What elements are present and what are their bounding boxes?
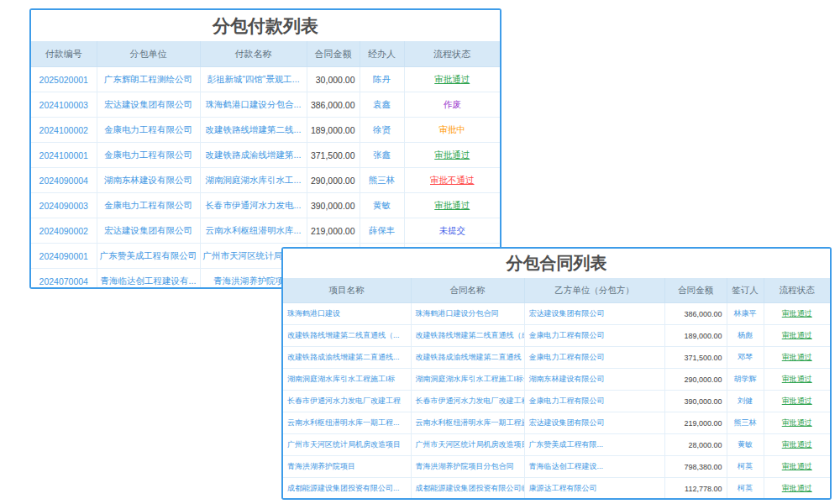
handler-cell[interactable]: 张鑫	[360, 143, 404, 168]
signer-cell[interactable]: 林康平	[727, 303, 764, 325]
handler-cell[interactable]: 袁鑫	[360, 92, 404, 118]
signer-cell[interactable]: 邓琴	[727, 347, 764, 369]
name-cell[interactable]: 彭祖新城“四馆”景观工...	[200, 67, 307, 92]
handler-cell[interactable]: 薛保丰	[360, 218, 404, 244]
contract-cell[interactable]: 成都能源建设集团投资有限公司临时办...	[411, 478, 524, 500]
unit-cell[interactable]: 金康电力工程有限公司	[97, 118, 200, 143]
contract-cell[interactable]: 长春市伊通河水力发电厂改建工程分包...	[411, 391, 524, 412]
status-cell[interactable]: 审批通过	[764, 369, 830, 391]
table-row: 2024100002金康电力工程有限公司改建铁路线增建第二线...189,000…	[31, 118, 500, 143]
unit-cell[interactable]: 广东赞美成工程有限公司	[97, 244, 200, 269]
project-cell[interactable]: 云南水利枢纽潜明水库一期工程...	[283, 412, 411, 434]
contract-cell[interactable]: 改建铁路成渝线增建第二直通线（成渝...	[411, 347, 524, 369]
signer-cell[interactable]: 柯英	[727, 456, 764, 478]
status-cell[interactable]: 审批通过	[764, 434, 830, 456]
project-cell[interactable]: 成都能源建设集团投资有限公司...	[283, 478, 411, 500]
column-header: 付款名称	[200, 41, 307, 67]
name-cell[interactable]: 改建铁路线增建第二线...	[200, 118, 307, 143]
column-header: 签订人	[727, 278, 764, 303]
party-cell[interactable]: 青海临达创工程建设...	[524, 456, 664, 478]
column-header: 合同金额	[307, 41, 360, 67]
contract-cell[interactable]: 湖南洞庭湖水库引水工程施工I标分包合同	[411, 369, 524, 391]
table-row: 云南水利枢纽潜明水库一期工程...云南水利枢纽潜明水库一期工程施工I标...宏达…	[283, 412, 830, 434]
id-cell[interactable]: 2024070004	[31, 269, 97, 290]
status-cell[interactable]: 审批通过	[764, 325, 830, 347]
contract-cell[interactable]: 云南水利枢纽潜明水库一期工程施工I标...	[411, 412, 524, 434]
contract-cell[interactable]: 青海洪湖养护院项目分包合同	[411, 456, 524, 478]
handler-cell[interactable]: 熊三林	[360, 168, 404, 193]
party-cell[interactable]: 广东赞美成工程有限...	[524, 434, 664, 456]
name-cell[interactable]: 改建铁路成渝线增建第...	[200, 143, 307, 168]
status-cell[interactable]: 审批通过	[764, 456, 830, 478]
status-cell[interactable]: 审批通过	[404, 193, 500, 218]
party-cell[interactable]: 康源达工程有限公司	[524, 478, 664, 500]
amount-cell: 219,000.00	[307, 218, 360, 244]
status-cell[interactable]: 审批不通过	[404, 168, 500, 193]
name-cell[interactable]: 云南水利枢纽潜明水库...	[200, 218, 307, 244]
table-row: 成都能源建设集团投资有限公司...成都能源建设集团投资有限公司临时办...康源达…	[283, 478, 830, 500]
id-cell[interactable]: 2025020001	[31, 67, 97, 92]
signer-cell[interactable]: 杨彪	[727, 325, 764, 347]
project-cell[interactable]: 湖南洞庭湖水库引水工程施工I标	[283, 369, 411, 391]
party-cell[interactable]: 湖南东林建设有限公司	[524, 369, 664, 391]
screen: 分包付款列表 付款编号分包单位付款名称合同金额经办人流程状态 202502000…	[0, 0, 840, 504]
party-cell[interactable]: 金康电力工程有限公司	[524, 325, 664, 347]
signer-cell[interactable]: 熊三林	[727, 412, 764, 434]
unit-cell[interactable]: 金康电力工程有限公司	[97, 143, 200, 168]
column-header: 项目名称	[283, 278, 411, 303]
signer-cell[interactable]: 胡学辉	[727, 369, 764, 391]
status-cell[interactable]: 审批中	[404, 118, 500, 143]
handler-cell[interactable]: 黄敏	[360, 193, 404, 218]
status-cell[interactable]: 审批通过	[764, 478, 830, 500]
contract-cell[interactable]: 珠海鹤港口建设分包合同	[411, 303, 524, 325]
unit-cell[interactable]: 青海临达创工程建设有...	[97, 269, 200, 290]
handler-cell[interactable]: 陈丹	[360, 67, 404, 92]
id-cell[interactable]: 2024090001	[31, 244, 97, 269]
id-cell[interactable]: 2024090004	[31, 168, 97, 193]
amount-cell: 386,000.00	[307, 92, 360, 118]
status-cell[interactable]: 未提交	[404, 218, 500, 244]
project-cell[interactable]: 改建铁路线增建第二线直通线（...	[283, 325, 411, 347]
project-cell[interactable]: 广州市天河区统计局机房改造项目	[283, 434, 411, 456]
unit-cell[interactable]: 湖南东林建设有限公司	[97, 168, 200, 193]
id-cell[interactable]: 2024100003	[31, 92, 97, 118]
name-cell[interactable]: 长春市伊通河水力发电...	[200, 193, 307, 218]
unit-cell[interactable]: 宏达建设集团有限公司	[97, 92, 200, 118]
project-cell[interactable]: 长春市伊通河水力发电厂改建工程	[283, 391, 411, 412]
status-cell[interactable]: 作废	[404, 92, 500, 118]
project-cell[interactable]: 改建铁路成渝线增建第二直通线...	[283, 347, 411, 369]
contract-cell[interactable]: 改建铁路线增建第二线直通线（成都-西...	[411, 325, 524, 347]
column-header: 流程状态	[404, 41, 500, 67]
signer-cell[interactable]: 黄敏	[727, 434, 764, 456]
signer-cell[interactable]: 刘健	[727, 391, 764, 412]
column-header: 合同金额	[664, 278, 727, 303]
project-cell[interactable]: 青海洪湖养护院项目	[283, 456, 411, 478]
id-cell[interactable]: 2024100001	[31, 143, 97, 168]
unit-cell[interactable]: 宏达建设集团有限公司	[97, 218, 200, 244]
payments-title: 分包付款列表	[31, 10, 500, 41]
column-header: 经办人	[360, 41, 404, 67]
amount-cell: 219,000.00	[664, 412, 727, 434]
party-cell[interactable]: 金康电力工程有限公司	[524, 347, 664, 369]
party-cell[interactable]: 金康电力工程有限公司	[524, 391, 664, 412]
status-cell[interactable]: 审批通过	[764, 303, 830, 325]
unit-cell[interactable]: 金康电力工程有限公司	[97, 193, 200, 218]
id-cell[interactable]: 2024090002	[31, 218, 97, 244]
column-header: 付款编号	[31, 41, 97, 67]
party-cell[interactable]: 宏达建设集团有限公司	[524, 303, 664, 325]
status-cell[interactable]: 审批通过	[404, 143, 500, 168]
party-cell[interactable]: 宏达建设集团有限公司	[524, 412, 664, 434]
name-cell[interactable]: 珠海鹤港口建设分包合...	[200, 92, 307, 118]
signer-cell[interactable]: 柯英	[727, 478, 764, 500]
project-cell[interactable]: 珠海鹤港口建设	[283, 303, 411, 325]
status-cell[interactable]: 审批通过	[764, 391, 830, 412]
status-cell[interactable]: 审批通过	[764, 347, 830, 369]
id-cell[interactable]: 2024090003	[31, 193, 97, 218]
unit-cell[interactable]: 广东辉朗工程测绘公司	[97, 67, 200, 92]
handler-cell[interactable]: 徐贤	[360, 118, 404, 143]
status-cell[interactable]: 审批通过	[764, 412, 830, 434]
name-cell[interactable]: 湖南洞庭湖水库引水工...	[200, 168, 307, 193]
status-cell[interactable]: 审批通过	[404, 67, 500, 92]
contract-cell[interactable]: 广州市天河区统计局机房改造项目分包...	[411, 434, 524, 456]
id-cell[interactable]: 2024100002	[31, 118, 97, 143]
